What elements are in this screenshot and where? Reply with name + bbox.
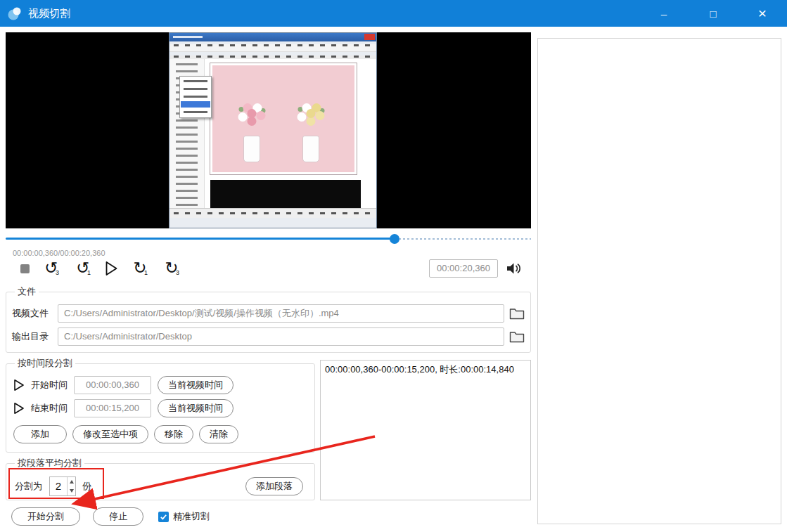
current-time-input[interactable]: 00:00:20,360 <box>429 259 498 278</box>
start-split-button[interactable]: 开始分割 <box>11 507 80 526</box>
browse-output-folder-icon[interactable] <box>509 331 525 343</box>
seek-progress <box>6 238 395 240</box>
titlebar: 视频切割 – □ × <box>0 0 787 27</box>
file-section: 文件 视频文件 C:/Users/Administrator/Desktop/测… <box>6 285 531 353</box>
output-dir-input[interactable]: C:/Users/Administrator/Desktop <box>58 327 504 346</box>
precise-cut-label: 精准切割 <box>173 510 210 523</box>
preview-app-close-icon <box>364 34 375 40</box>
end-time-input[interactable]: 00:00:15,200 <box>74 399 151 417</box>
seek-bar[interactable] <box>6 234 531 243</box>
time-split-section: 按时间段分割 开始时间 00:00:00,360 当前视频时间 结束时间 00:… <box>6 357 315 453</box>
start-play-icon[interactable] <box>13 379 25 391</box>
end-play-icon[interactable] <box>13 402 25 415</box>
flower-bouquet-left <box>236 102 267 162</box>
segment-list[interactable]: 00:00:00,360-00:00:15,200, 时长:00:00:14,8… <box>320 360 531 500</box>
rewind-3s-label: 3 <box>56 269 59 276</box>
remove-button[interactable]: 移除 <box>154 425 193 443</box>
spinner-up-button[interactable] <box>68 477 75 486</box>
spinner-down-button[interactable] <box>68 486 75 495</box>
time-split-title: 按时间段分割 <box>15 357 75 370</box>
app-logo-icon <box>7 6 23 21</box>
file-section-title: 文件 <box>15 285 39 298</box>
average-split-section: 按段落平均分割 分割为 2 份 添加段落 <box>6 457 315 500</box>
rewind-1s-button[interactable]: ↺ 1 <box>73 259 93 278</box>
split-into-label: 分割为 <box>15 480 42 493</box>
end-time-row: 结束时间 00:00:15,200 当前视频时间 <box>13 399 307 417</box>
video-file-input[interactable]: C:/Users/Administrator/Desktop/测试/视频/操作视… <box>58 304 504 323</box>
preview-recorded-app-window <box>169 32 377 228</box>
video-preview <box>6 32 531 228</box>
add-segment-button[interactable]: 添加 <box>13 425 67 443</box>
modify-selected-button[interactable]: 修改至选中项 <box>72 425 148 443</box>
playback-controls: ↺ 3 ↺ 1 ↻ 1 ↻ 3 00:00:20,360 <box>6 257 531 280</box>
segment-list-item[interactable]: 00:00:00,360-00:00:15,200, 时长:00:00:14,8… <box>325 363 526 376</box>
close-button[interactable]: × <box>738 0 787 27</box>
rewind-1s-label: 1 <box>87 269 91 276</box>
minimize-button[interactable]: – <box>639 0 689 27</box>
stop-button[interactable] <box>20 264 30 273</box>
time-display: 00:00:00,360/00:00:20,360 <box>13 249 105 257</box>
result-panel <box>537 38 781 524</box>
split-count-spinner[interactable]: 2 <box>49 476 76 496</box>
time-split-buttons: 添加 修改至选中项 移除 清除 <box>13 425 307 443</box>
start-current-time-button[interactable]: 当前视频时间 <box>158 376 233 394</box>
preview-flower-photo <box>210 63 357 174</box>
video-file-row: 视频文件 C:/Users/Administrator/Desktop/测试/视… <box>12 304 525 323</box>
preview-app-statusbar <box>169 208 376 218</box>
start-time-row: 开始时间 00:00:00,360 当前视频时间 <box>13 376 307 394</box>
start-time-input[interactable]: 00:00:00,360 <box>74 376 151 394</box>
add-paragraph-button[interactable]: 添加段落 <box>245 477 303 495</box>
rewind-3s-button[interactable]: ↺ 3 <box>41 259 61 278</box>
forward-3s-button[interactable]: ↻ 3 <box>162 259 181 278</box>
split-count-value[interactable]: 2 <box>50 477 67 495</box>
play-button[interactable] <box>105 261 118 276</box>
average-split-title: 按段落平均分割 <box>15 457 84 469</box>
average-split-row: 分割为 2 份 添加段落 <box>12 476 309 496</box>
end-time-label: 结束时间 <box>31 402 68 415</box>
preview-app-titlebar <box>169 33 376 41</box>
flower-bouquet-right <box>295 102 326 162</box>
window-title: 视频切割 <box>28 7 70 20</box>
play-icon <box>105 261 118 276</box>
clear-button[interactable]: 清除 <box>199 425 238 443</box>
browse-video-folder-icon[interactable] <box>509 308 525 320</box>
checkmark-icon <box>160 513 167 521</box>
app-window: 视频切割 – □ × <box>0 0 787 532</box>
preview-app-body <box>169 59 376 218</box>
forward-1s-button[interactable]: ↻ 1 <box>130 259 150 278</box>
window-controls: – □ × <box>639 0 787 27</box>
forward-3s-label: 3 <box>176 269 179 276</box>
maximize-button[interactable]: □ <box>689 0 738 27</box>
output-dir-row: 输出目录 C:/Users/Administrator/Desktop <box>12 327 525 346</box>
seek-handle[interactable] <box>390 234 399 244</box>
spinner-arrows <box>67 477 75 495</box>
end-current-time-button[interactable]: 当前视频时间 <box>158 399 233 417</box>
precise-cut-checkbox[interactable] <box>158 512 169 522</box>
preview-app-dropdown-menu <box>179 76 212 118</box>
preview-app-title-text <box>173 36 203 38</box>
forward-1s-label: 1 <box>144 269 148 276</box>
seek-remaining <box>395 238 531 240</box>
output-dir-label: 输出目录 <box>12 330 53 343</box>
preview-app-menubar <box>169 44 376 52</box>
volume-icon[interactable] <box>506 261 522 275</box>
footer-bar: 开始分割 停止 精准切割 <box>6 506 531 527</box>
parts-unit-label: 份 <box>82 480 91 493</box>
video-file-label: 视频文件 <box>12 307 53 320</box>
start-time-label: 开始时间 <box>31 379 68 391</box>
stop-split-button[interactable]: 停止 <box>93 507 143 526</box>
